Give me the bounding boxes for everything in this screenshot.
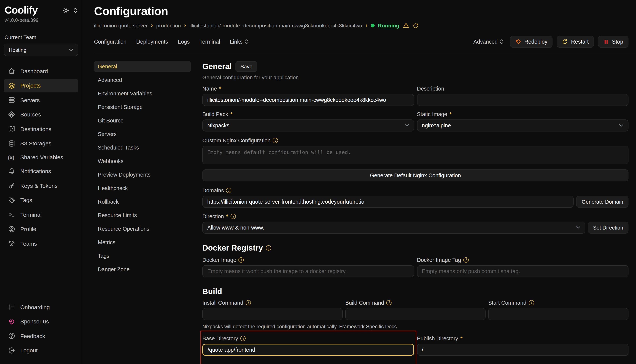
tab-label: Terminal [199, 39, 220, 45]
advanced-dropdown[interactable]: Advanced [473, 39, 504, 45]
sidebar-item-profile[interactable]: Profile [4, 222, 78, 236]
base-directory-input[interactable] [202, 344, 414, 356]
note-text: Nixpacks will detect the required config… [202, 324, 338, 330]
refresh-icon[interactable] [412, 22, 418, 28]
subnav-item-advanced[interactable]: Advanced [94, 75, 191, 85]
subnav-item-git-source[interactable]: Git Source [94, 115, 191, 126]
docker-image-tag-input[interactable] [417, 265, 628, 277]
sidebar-item-shared-variables[interactable]: (x) Shared Variables [4, 151, 78, 164]
description-input[interactable] [417, 94, 628, 106]
chevron-down-icon [576, 226, 580, 229]
build-command-input[interactable] [345, 308, 486, 320]
tabs-bar: Configuration Deployments Logs Terminal … [82, 36, 636, 48]
sidebar-item-keys-tokens[interactable]: Keys & Tokens [4, 179, 78, 192]
subnav-item-resource-operations[interactable]: Resource Operations [94, 224, 191, 234]
subnav-item-webhooks[interactable]: Webhooks [94, 156, 191, 166]
docker-image-input[interactable] [202, 265, 414, 277]
subnav-item-general[interactable]: General [94, 61, 191, 72]
sidebar-item-label: Terminal [20, 211, 42, 218]
subnav-item-persistent-storage[interactable]: Persistent Storage [94, 102, 191, 112]
sidebar-item-notifications[interactable]: Notifications [4, 164, 78, 178]
required-mark: * [450, 111, 452, 117]
breadcrumb-application[interactable]: illicitestonion/-module--decomposition:m… [189, 22, 362, 28]
sidebar-item-label: Feedback [20, 333, 45, 339]
sidebar-item-sources[interactable]: Sources [4, 108, 78, 121]
sidebar-item-onboarding[interactable]: Onboarding [4, 300, 78, 314]
generate-nginx-button[interactable]: Generate Default Nginx Configuration [202, 170, 628, 182]
chevron-down-icon [619, 124, 623, 127]
required-mark: * [226, 213, 228, 219]
chevron-right-icon: › [366, 22, 367, 28]
domains-input[interactable] [202, 196, 574, 208]
direction-select[interactable]: Allow www & non-www. [202, 222, 585, 234]
static-image-value: nginx:alpine [422, 122, 451, 128]
sidebar-item-servers[interactable]: Servers [4, 93, 78, 107]
coolify-app: Coolify v4.0.0-beta.399 Current Team Hos… [0, 0, 636, 364]
subnav-item-environment-variables[interactable]: Environment Variables [94, 88, 191, 99]
sidebar-item-tags[interactable]: Tags [4, 193, 78, 207]
nixpacks-note: Nixpacks will detect the required config… [202, 324, 628, 330]
breadcrumb-environment[interactable]: production [156, 22, 181, 28]
subnav-item-scheduled-tasks[interactable]: Scheduled Tasks [94, 142, 191, 153]
subnav-item-preview-deployments[interactable]: Preview Deployments [94, 170, 191, 180]
breadcrumb-project[interactable]: illicitonion quote server [94, 22, 148, 28]
framework-docs-link[interactable]: Framework Specific Docs [339, 324, 397, 330]
sidebar-item-label: Sponsor us [20, 318, 49, 324]
sidebar-item-terminal[interactable]: Terminal [4, 208, 78, 221]
sidebar-item-s3-storages[interactable]: S3 Storages [4, 136, 78, 150]
subnav-item-danger-zone[interactable]: Danger Zone [94, 264, 191, 274]
build-pack-select[interactable]: Nixpacks [202, 120, 414, 132]
sidebar-item-dashboard[interactable]: Dashboard [4, 64, 78, 78]
name-input[interactable] [202, 94, 414, 106]
subnav-item-resource-limits[interactable]: Resource Limits [94, 210, 191, 220]
git-source-icon [8, 111, 16, 118]
subnav-item-tags[interactable]: Tags [94, 250, 191, 261]
current-team-label: Current Team [5, 34, 78, 40]
custom-nginx-textarea[interactable] [202, 146, 628, 164]
tab-configuration[interactable]: Configuration [94, 39, 127, 45]
start-command-input[interactable] [488, 308, 628, 320]
docker-image-tag-label: Docker Image Tag [417, 257, 461, 263]
tab-links[interactable]: Links [230, 39, 249, 45]
install-command-input[interactable] [202, 308, 343, 320]
required-mark: * [230, 111, 233, 117]
theme-selector-chevrons-icon[interactable] [73, 8, 78, 13]
section-title: General [202, 62, 232, 71]
subnav-item-servers[interactable]: Servers [94, 129, 191, 139]
static-image-select[interactable]: nginx:alpine [417, 120, 628, 132]
theme-sun-icon[interactable] [63, 7, 70, 14]
sidebar-item-destinations[interactable]: Destinations [4, 122, 78, 136]
stop-button[interactable]: Stop [598, 36, 628, 48]
team-select[interactable]: Hosting [4, 44, 78, 56]
tab-deployments[interactable]: Deployments [136, 39, 168, 45]
subnav-item-rollback[interactable]: Rollback [94, 196, 191, 207]
chevron-down-icon [404, 124, 409, 127]
terminal-icon [8, 211, 16, 218]
redeploy-button[interactable]: Redeploy [510, 36, 553, 48]
publish-directory-input[interactable] [417, 344, 628, 356]
save-button[interactable]: Save [236, 61, 257, 72]
app-logo: Coolify [5, 4, 38, 16]
sidebar-item-teams[interactable]: Teams [4, 237, 78, 250]
status-badge[interactable]: Running [378, 22, 399, 28]
generate-domain-button[interactable]: Generate Domain [576, 196, 628, 208]
restart-button[interactable]: Restart [557, 36, 594, 48]
layers-icon [8, 82, 16, 89]
sidebar-item-label: Teams [20, 240, 37, 246]
sidebar-item-projects[interactable]: Projects [4, 79, 78, 92]
restart-label: Restart [571, 39, 589, 45]
breadcrumb: illicitonion quote server › production ›… [94, 22, 628, 28]
subnav-item-healthcheck[interactable]: Healthcheck [94, 183, 191, 194]
info-icon: i [386, 300, 391, 305]
tab-logs[interactable]: Logs [178, 39, 190, 45]
sidebar-item-logout[interactable]: Logout [4, 344, 78, 357]
sidebar-item-sponsor[interactable]: Sponsor us [4, 314, 78, 328]
tab-terminal[interactable]: Terminal [199, 39, 220, 45]
sidebar-item-label: S3 Storages [20, 140, 51, 146]
set-direction-button[interactable]: Set Direction [588, 222, 628, 234]
warning-icon[interactable] [403, 22, 409, 28]
sidebar-item-feedback[interactable]: Feedback [4, 329, 78, 342]
chevron-down-icon [69, 48, 73, 51]
subnav-item-metrics[interactable]: Metrics [94, 237, 191, 248]
sidebar-footer: Onboarding Sponsor us Feedback Logout [4, 300, 78, 358]
